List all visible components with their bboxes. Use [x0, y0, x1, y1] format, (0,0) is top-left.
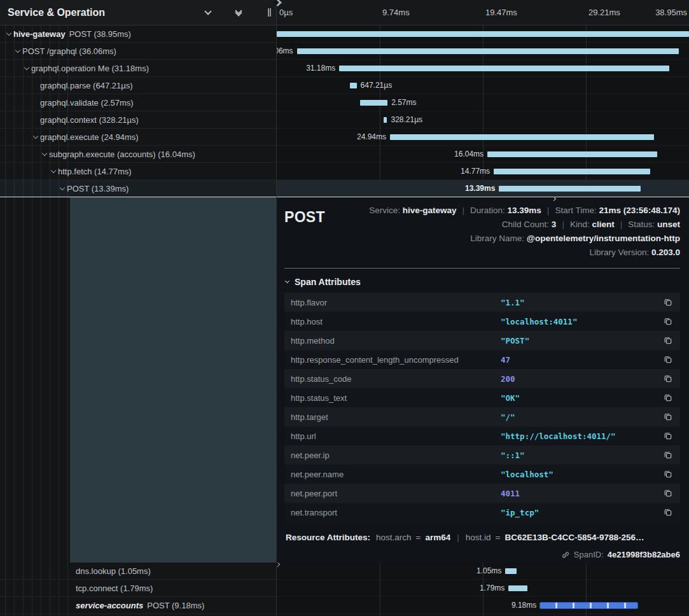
tree-row[interactable]: graphql.execute (24.94ms) — [0, 129, 276, 146]
tree-row[interactable]: tcp.connect (1.79ms) — [0, 580, 276, 597]
attribute-row: http.host "localhost:4011" — [284, 312, 680, 331]
span-bar[interactable] — [499, 186, 641, 192]
timeline-row[interactable]: 1.05ms — [277, 563, 689, 580]
timeline-row[interactable]: 13.39ms — [277, 180, 689, 197]
attribute-row: http.status_text "OK" — [284, 388, 680, 407]
panel-title: Service & Operation — [8, 7, 200, 18]
attribute-value: "1.1" — [501, 298, 525, 307]
attribute-row: net.peer.name "localhost" — [284, 465, 680, 484]
attribute-key: net.peer.port — [291, 489, 501, 498]
span-bar[interactable] — [505, 568, 516, 574]
tree-rows-bottom: dns.lookup (1.05ms) tcp.connect (1.79ms)… — [0, 563, 276, 614]
span-duration-label: 36.06ms — [277, 43, 297, 59]
tree-row-label: graphql.parse (647.21µs) — [40, 81, 133, 90]
timeline-row[interactable]: 24.94ms — [277, 129, 689, 146]
double-chevron-down-icon[interactable] — [231, 5, 246, 20]
timeline-row[interactable]: 16.04ms — [277, 146, 689, 163]
attribute-key: http.status_code — [291, 374, 501, 384]
attribute-key: http.status_text — [291, 393, 501, 403]
span-attributes-header[interactable]: Span Attributes — [277, 269, 689, 293]
timeline-row[interactable]: 2.57ms — [277, 94, 689, 111]
attribute-row: net.peer.ip "::1" — [284, 445, 680, 465]
timeline-row[interactable]: 647.21µs — [277, 77, 689, 94]
tree-row[interactable]: graphql.context (328.21µs) — [0, 111, 276, 129]
span-bar[interactable] — [494, 169, 650, 174]
chevron-down-icon[interactable] — [39, 153, 49, 155]
chevron-down-icon[interactable] — [13, 50, 22, 52]
copy-icon[interactable] — [662, 392, 674, 403]
span-bar[interactable] — [384, 117, 387, 123]
copy-icon[interactable] — [662, 411, 674, 423]
resource-attributes-row[interactable]: Resource Attributes: host.arch=arm64|hos… — [277, 522, 689, 542]
tree-row[interactable]: POST /graphql (36.06ms) — [0, 43, 276, 60]
chevron-down-icon[interactable] — [57, 188, 67, 190]
chevron-right-icon[interactable] — [216, 5, 231, 20]
attribute-value: "POST" — [501, 336, 529, 346]
span-bar[interactable] — [508, 585, 527, 591]
timeline-row[interactable]: 36.06ms — [277, 43, 689, 60]
span-tree-panel: Service & Operation hive-gateway POST (3… — [0, 0, 277, 616]
chevron-down-icon[interactable] — [48, 171, 58, 172]
span-duration-label: 31.18ms — [302, 60, 339, 76]
timeline-row[interactable]: 1.79ms — [277, 580, 689, 597]
chevron-down-icon — [285, 279, 289, 283]
span-meta: Service: hive-gateway|Duration: 13.39ms|… — [325, 204, 680, 260]
copy-icon[interactable] — [662, 468, 674, 480]
span-title: POST — [284, 204, 325, 226]
span-bar[interactable] — [487, 151, 657, 157]
link-icon[interactable] — [561, 550, 570, 559]
timeline-row[interactable]: 9.18ms — [277, 597, 689, 614]
copy-icon[interactable] — [662, 373, 674, 384]
tree-row[interactable]: graphql.validate (2.57ms) — [0, 94, 276, 111]
span-bar[interactable] — [390, 134, 654, 140]
tree-row[interactable]: graphql.operation Me (31.18ms) — [0, 60, 276, 77]
copy-icon[interactable] — [662, 297, 674, 308]
chevron-down-icon[interactable] — [200, 5, 216, 20]
span-id-label: SpanID: — [574, 550, 604, 559]
copy-icon[interactable] — [662, 316, 674, 327]
span-detail-header: POST Service: hive-gateway|Duration: 13.… — [277, 197, 689, 260]
tree-row-label: graphql.context (328.21µs) — [40, 115, 139, 125]
timeline-row[interactable]: 328.21µs — [277, 111, 689, 129]
span-bar[interactable] — [360, 100, 387, 106]
timeline-row[interactable]: 14.77ms — [277, 163, 689, 180]
span-duration-label: 13.39ms — [461, 180, 499, 197]
attribute-value: "OK" — [501, 393, 520, 403]
copy-icon[interactable] — [662, 354, 674, 365]
span-duration-label: 9.18ms — [508, 597, 540, 613]
timeline-row[interactable] — [277, 25, 689, 43]
span-bar[interactable] — [540, 603, 637, 608]
tree-row[interactable]: POST (13.39ms) — [0, 180, 276, 197]
tree-row[interactable]: subgraph.execute (accounts) (16.04ms) — [0, 146, 276, 163]
attribute-key: http.response_content_length_uncompresse… — [291, 355, 501, 365]
span-bar[interactable] — [350, 83, 357, 88]
copy-icon[interactable] — [662, 507, 674, 518]
span-bar[interactable] — [297, 48, 679, 54]
tree-row[interactable]: graphql.parse (647.21µs) — [0, 77, 276, 94]
chevron-down-icon[interactable] — [31, 136, 40, 138]
chevron-down-icon[interactable] — [4, 33, 13, 35]
panel-resize-handle[interactable] — [268, 8, 271, 17]
chevron-down-icon[interactable] — [22, 67, 31, 69]
attribute-key: http.flavor — [291, 298, 501, 307]
attribute-key: net.peer.ip — [291, 451, 501, 460]
attribute-value: "ip_tcp" — [501, 508, 539, 517]
tree-row-label: POST (9.18ms) — [147, 601, 204, 610]
span-bar[interactable] — [339, 66, 669, 71]
tree-row-label: POST (13.39ms) — [67, 184, 129, 193]
tree-row[interactable]: hive-gateway POST (38.95ms) — [0, 25, 276, 43]
copy-icon[interactable] — [662, 487, 674, 499]
copy-icon[interactable] — [662, 430, 674, 442]
span-attributes-table: http.flavor "1.1" http.host "localhost:4… — [284, 293, 680, 522]
span-bar[interactable] — [277, 31, 689, 37]
copy-icon[interactable] — [662, 449, 674, 461]
tree-row[interactable]: dns.lookup (1.05ms) — [0, 563, 276, 580]
attribute-key: http.target — [291, 412, 501, 422]
tree-row[interactable]: http.fetch (14.77ms) — [0, 163, 276, 180]
timeline-row[interactable]: 31.18ms — [277, 60, 689, 77]
ruler-tick-label: 38.95ms — [655, 8, 687, 17]
tree-row[interactable]: service-accounts POST (9.18ms) — [0, 597, 276, 614]
tree-row-label: POST /graphql (36.06ms) — [22, 46, 116, 56]
copy-icon[interactable] — [662, 335, 674, 346]
double-chevron-right-icon[interactable] — [246, 5, 261, 20]
